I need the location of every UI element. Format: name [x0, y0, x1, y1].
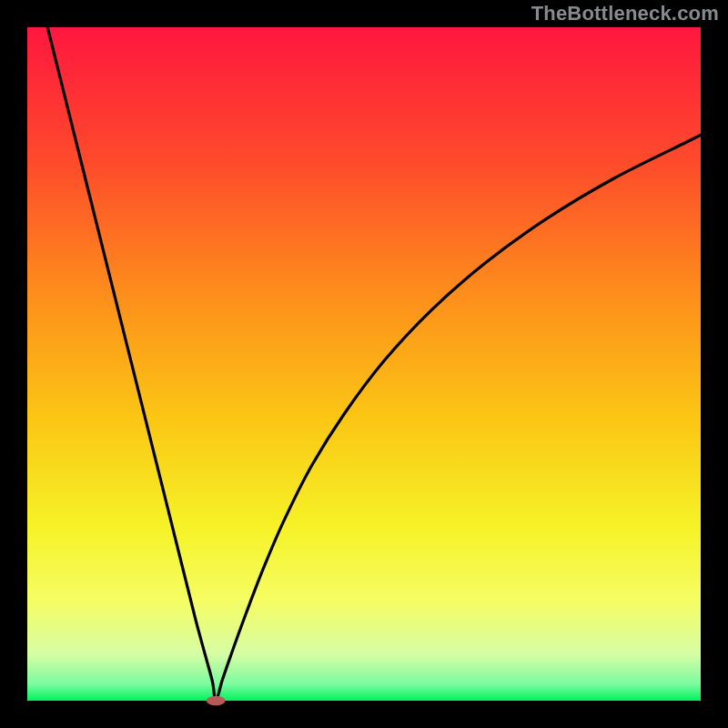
minimum-marker	[207, 696, 226, 705]
bottleneck-chart	[0, 0, 728, 728]
watermark: TheBottleneck.com	[531, 2, 719, 25]
chart-frame: { "watermark": "TheBottleneck.com", "cha…	[0, 0, 728, 728]
plot-background	[27, 27, 701, 701]
